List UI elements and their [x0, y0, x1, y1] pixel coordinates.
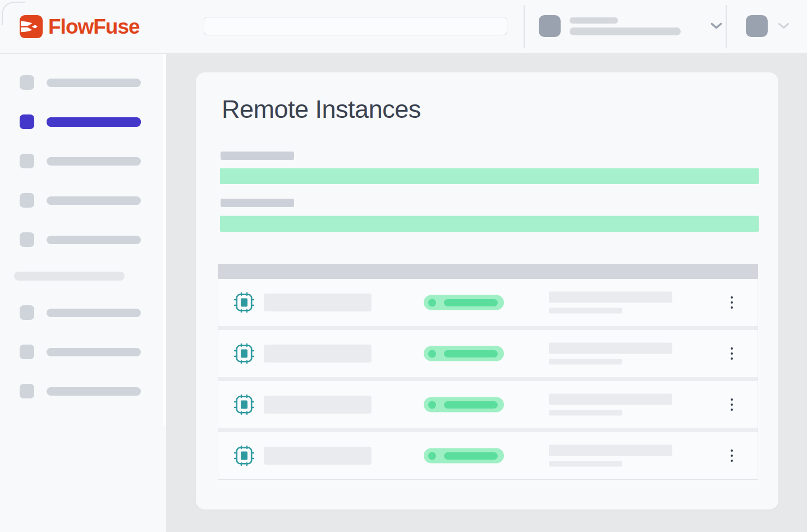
sidebar-item-icon	[20, 193, 34, 208]
meta-line-skeleton	[549, 292, 672, 303]
instance-row[interactable]	[218, 432, 758, 479]
instance-meta	[549, 343, 672, 365]
row-separator	[218, 326, 758, 330]
sidebar-item[interactable]	[20, 345, 166, 359]
status-dot	[428, 452, 436, 460]
status-label-skeleton	[444, 299, 498, 306]
chip-icon	[234, 292, 254, 313]
sidebar-item-icon	[20, 75, 34, 90]
sidebar-item-icon	[20, 384, 34, 398]
sidebar-item-label-skeleton	[47, 309, 141, 317]
sidebar-section-heading-skeleton	[14, 272, 125, 281]
sidebar-item-label-skeleton	[47, 236, 141, 244]
user-avatar	[746, 15, 768, 37]
sidebar-item-icon	[20, 154, 34, 168]
page-title: Remote Instances	[222, 95, 421, 124]
brand-wordmark: FlowFuse	[48, 15, 140, 38]
meta-line-skeleton	[549, 394, 672, 405]
chip-icon	[234, 395, 254, 415]
sidebar-item[interactable]	[20, 384, 166, 398]
chip-icon	[234, 343, 254, 364]
sidebar-item-label-skeleton	[47, 157, 141, 166]
highlighted-field[interactable]	[220, 168, 759, 184]
kebab-menu-button[interactable]	[727, 294, 737, 311]
sidebar-item-icon	[20, 232, 34, 247]
search-input[interactable]	[204, 17, 507, 35]
team-selector[interactable]	[539, 15, 722, 37]
row-separator	[218, 428, 758, 432]
instance-row[interactable]	[218, 330, 758, 377]
table-header	[218, 264, 758, 279]
sidebar-item-label-skeleton	[47, 117, 141, 127]
flowfuse-logo-icon	[20, 15, 43, 38]
meta-line-skeleton	[549, 410, 622, 416]
status-dot	[428, 299, 436, 306]
instance-name-skeleton	[264, 447, 372, 465]
field-label-skeleton	[221, 152, 294, 160]
meta-line-skeleton	[549, 445, 672, 456]
kebab-menu-button[interactable]	[727, 345, 737, 362]
meta-line-skeleton	[549, 461, 622, 467]
header-divider	[524, 5, 525, 48]
instance-name-skeleton	[264, 345, 372, 363]
status-dot	[428, 350, 436, 357]
status-label-skeleton	[444, 452, 498, 460]
chip-icon	[234, 446, 254, 466]
chevron-down-icon	[778, 22, 790, 29]
instance-name-skeleton	[264, 396, 372, 414]
chevron-down-icon	[710, 22, 722, 29]
instance-name-skeleton	[264, 293, 372, 311]
status-pill	[424, 295, 504, 310]
meta-line-skeleton	[549, 308, 622, 314]
instances-table-body	[218, 279, 758, 480]
kebab-menu-button[interactable]	[727, 447, 737, 464]
sidebar-item[interactable]	[20, 232, 166, 247]
sidebar-item-icon	[20, 305, 34, 320]
meta-line-skeleton	[549, 359, 622, 365]
team-avatar	[539, 15, 561, 37]
app-window: FlowFuse	[0, 0, 807, 532]
sidebar-item-icon	[20, 345, 34, 359]
user-menu[interactable]	[746, 15, 790, 37]
sidebar-item-label-skeleton	[47, 348, 141, 356]
instance-row[interactable]	[218, 279, 758, 326]
instance-meta	[549, 445, 672, 467]
sidebar	[0, 54, 166, 532]
status-dot	[428, 401, 436, 409]
highlighted-field[interactable]	[220, 215, 759, 232]
instance-meta	[549, 292, 672, 314]
status-pill	[424, 397, 504, 412]
meta-line-skeleton	[549, 343, 672, 354]
status-pill	[424, 448, 504, 464]
team-name-skeleton	[570, 17, 681, 35]
app-header: FlowFuse	[0, 0, 807, 53]
sidebar-item-label-skeleton	[47, 79, 141, 87]
sidebar-item[interactable]	[20, 154, 166, 168]
sidebar-item[interactable]	[20, 114, 166, 129]
status-pill	[424, 346, 504, 361]
sidebar-nav	[0, 75, 166, 398]
sidebar-item-label-skeleton	[47, 387, 141, 396]
status-label-skeleton	[444, 350, 498, 357]
remote-instances-panel: Remote Instances	[196, 72, 778, 510]
instances-table	[218, 264, 758, 480]
sidebar-item[interactable]	[20, 193, 166, 208]
sidebar-item-label-skeleton	[47, 196, 141, 205]
main-content: Remote Instances	[166, 53, 807, 532]
kebab-menu-button[interactable]	[727, 396, 737, 413]
sidebar-item[interactable]	[20, 75, 166, 90]
brand[interactable]: FlowFuse	[20, 15, 140, 38]
row-separator	[218, 377, 758, 381]
header-divider	[726, 5, 727, 48]
instance-row[interactable]	[218, 381, 758, 428]
sidebar-item-icon	[20, 114, 34, 129]
instance-meta	[549, 394, 672, 416]
status-label-skeleton	[444, 401, 498, 409]
field-label-skeleton	[221, 199, 294, 207]
sidebar-item[interactable]	[20, 305, 166, 320]
